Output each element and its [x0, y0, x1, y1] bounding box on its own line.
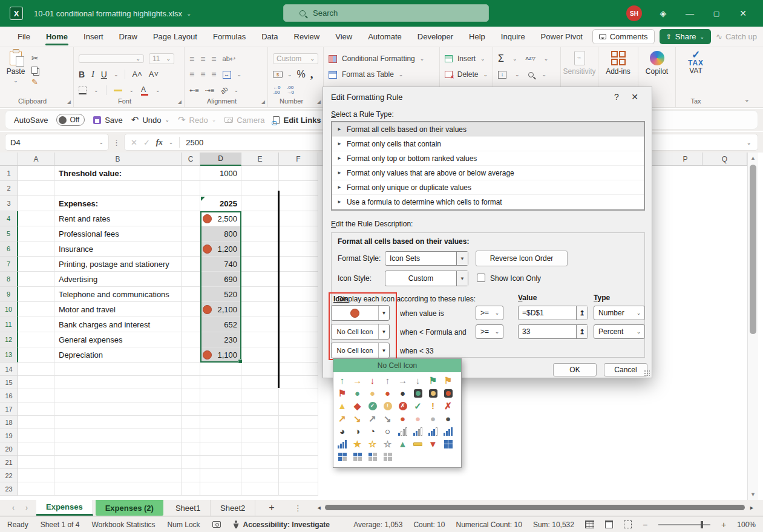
scroll-right-icon[interactable]: ►: [749, 505, 755, 511]
column-header-e[interactable]: E: [241, 153, 279, 166]
cell-C6[interactable]: [182, 241, 200, 257]
palette-icon-three-quadrants[interactable]: [335, 450, 350, 463]
align-bottom-button[interactable]: ≡: [211, 54, 216, 63]
font-name-select[interactable]: ⌄: [79, 54, 144, 63]
cell-D21[interactable]: [200, 456, 241, 469]
column-header-f[interactable]: F: [279, 153, 318, 166]
tab-overflow-icon[interactable]: ⋮: [288, 500, 308, 516]
dialog-close-button[interactable]: ✕: [626, 92, 644, 102]
cell-F13[interactable]: [279, 347, 318, 363]
cell-D20[interactable]: [200, 442, 241, 456]
operator-select-1[interactable]: >=⌄: [476, 306, 503, 320]
cell-A20[interactable]: [18, 442, 54, 456]
cell-D1[interactable]: 1000: [200, 166, 241, 181]
menu-tab-developer[interactable]: Developer: [411, 28, 460, 45]
cell-Q19[interactable]: [702, 429, 747, 442]
palette-icon-green-check-symbol[interactable]: ✓: [365, 399, 380, 412]
palette-icon-gray-up-arrow[interactable]: ↑: [380, 374, 395, 387]
cell-A13[interactable]: [18, 347, 54, 363]
cell-D15[interactable]: [200, 376, 241, 389]
cell-F21[interactable]: [279, 456, 318, 469]
cell-A4[interactable]: [18, 211, 54, 226]
cell-E16[interactable]: [241, 389, 279, 402]
cell-E14[interactable]: [241, 363, 279, 376]
cell-P13[interactable]: [669, 347, 702, 363]
menu-tab-file[interactable]: File: [11, 28, 37, 45]
value-input-2[interactable]: 33 ↥: [518, 324, 588, 339]
cell-C13[interactable]: [182, 347, 200, 363]
icon-select-3[interactable]: No Cell Icon ▼: [331, 343, 390, 358]
menu-tab-view[interactable]: View: [329, 28, 359, 45]
zoom-out-button[interactable]: −: [643, 520, 647, 530]
cell-D6[interactable]: 1,200: [200, 241, 241, 257]
palette-icon-half-pie[interactable]: ◑: [350, 425, 365, 438]
cell-F20[interactable]: [279, 442, 318, 456]
cell-A1[interactable]: [18, 166, 54, 181]
palette-icon-two-quadrants[interactable]: [350, 450, 365, 463]
number-format-select[interactable]: Custom⌄: [273, 53, 318, 64]
palette-icon-yellow-traffic-light[interactable]: [425, 387, 440, 399]
cell-Q3[interactable]: [702, 196, 747, 211]
rule-type-option-1[interactable]: ►Format only cells that contain: [332, 137, 644, 151]
cell-A2[interactable]: [18, 181, 54, 196]
cell-P9[interactable]: [669, 287, 702, 302]
cell-F6[interactable]: [279, 241, 318, 257]
cell-C5[interactable]: [182, 226, 200, 241]
menu-tab-formulas[interactable]: Formulas: [206, 28, 252, 45]
cell-C22[interactable]: [182, 469, 200, 482]
cell-C14[interactable]: [182, 363, 200, 376]
cell-A21[interactable]: [18, 456, 54, 469]
expand-formula-bar-icon[interactable]: ⌄: [747, 139, 752, 146]
cell-F22[interactable]: [279, 469, 318, 482]
row-header-19[interactable]: 19: [0, 429, 18, 442]
cell-E2[interactable]: [241, 181, 279, 196]
cell-D2[interactable]: [200, 181, 241, 196]
decrease-decimal-button[interactable]: .00→0: [286, 85, 293, 95]
palette-icon-yellow-up-incline-arrow[interactable]: ↗: [335, 412, 350, 425]
row-header-5[interactable]: 5: [0, 226, 18, 241]
cell-D22[interactable]: [200, 469, 241, 482]
cell-B8[interactable]: Advertising: [54, 272, 182, 287]
cell-Q17[interactable]: [702, 402, 747, 416]
cell-A11[interactable]: [18, 317, 54, 332]
palette-icon-one-bar[interactable]: [395, 425, 410, 438]
cell-E10[interactable]: [241, 302, 279, 317]
cell-P20[interactable]: [669, 442, 702, 456]
cell-E12[interactable]: [241, 332, 279, 347]
cell-P18[interactable]: [669, 416, 702, 429]
cell-F11[interactable]: [279, 317, 318, 332]
cell-E5[interactable]: [241, 226, 279, 241]
cell-F10[interactable]: [279, 302, 318, 317]
font-dialog-launcher-icon[interactable]: ◢: [178, 99, 182, 105]
cell-B16[interactable]: [54, 389, 182, 402]
cell-D4[interactable]: 2,500: [200, 211, 241, 226]
cell-B15[interactable]: [54, 376, 182, 389]
cell-B12[interactable]: General expenses: [54, 332, 182, 347]
cell-E21[interactable]: [241, 456, 279, 469]
borders-button[interactable]: [79, 87, 87, 94]
row-header-4[interactable]: 4: [0, 211, 18, 226]
delete-cells-button[interactable]: Delete⌄: [440, 67, 493, 82]
cell-B20[interactable]: [54, 442, 182, 456]
cell-P1[interactable]: [669, 166, 702, 181]
decrease-indent-button[interactable]: ⇠≡: [189, 87, 199, 94]
cell-E17[interactable]: [241, 402, 279, 416]
cell-B3[interactable]: Expenses:: [54, 196, 182, 211]
row-header-13[interactable]: 13: [0, 347, 18, 363]
scroll-up-icon[interactable]: ▲: [750, 155, 756, 161]
cell-F4[interactable]: [279, 211, 318, 226]
cell-D19[interactable]: [200, 429, 241, 442]
row-header-14[interactable]: 14: [0, 363, 18, 376]
row-header-10[interactable]: 10: [0, 302, 18, 317]
cell-F19[interactable]: [279, 429, 318, 442]
cell-D14[interactable]: [200, 363, 241, 376]
cell-P5[interactable]: [669, 226, 702, 241]
cell-E22[interactable]: [241, 469, 279, 482]
cell-A9[interactable]: [18, 287, 54, 302]
cancel-button[interactable]: Cancel: [604, 363, 647, 376]
cell-P4[interactable]: [669, 211, 702, 226]
cell-E18[interactable]: [241, 416, 279, 429]
scroll-left-icon[interactable]: ◄: [316, 505, 322, 511]
cell-D5[interactable]: 800: [200, 226, 241, 241]
cell-B11[interactable]: Bank charges and interest: [54, 317, 182, 332]
